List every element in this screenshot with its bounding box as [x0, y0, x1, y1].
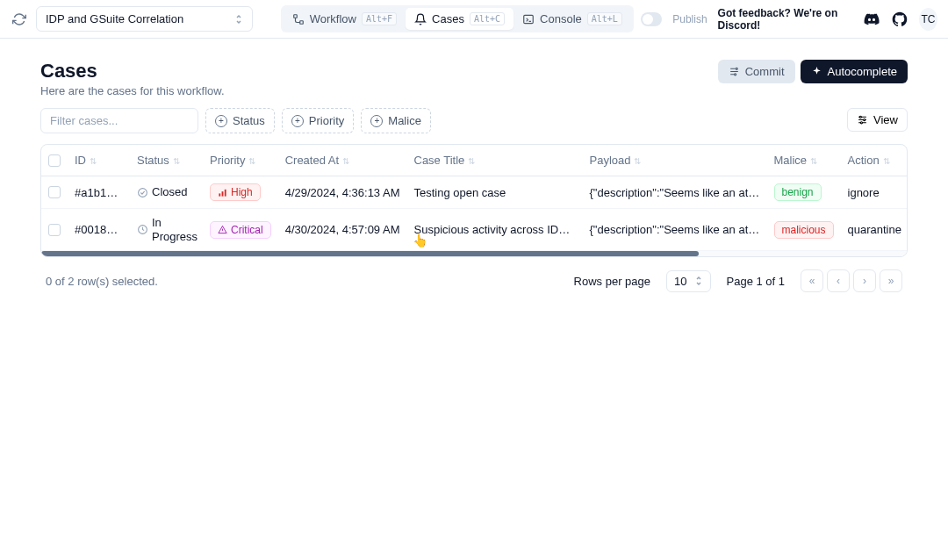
- row-checkbox[interactable]: [48, 186, 61, 198]
- table-row[interactable]: #a1b1a… Closed High 4/29/2024, 4:36:13 A…: [41, 176, 908, 209]
- github-link[interactable]: [891, 10, 908, 29]
- svg-rect-9: [219, 193, 220, 196]
- discord-icon: [863, 11, 880, 28]
- priority-badge: Critical: [210, 221, 271, 239]
- pager-prev[interactable]: ‹: [827, 269, 850, 292]
- refresh-icon: [12, 12, 26, 26]
- nav-switcher: Workflow Alt+F Cases Alt+C Console Alt+L: [281, 5, 634, 32]
- tab-workflow[interactable]: Workflow Alt+F: [284, 8, 406, 30]
- row-status: In Progress: [137, 216, 196, 243]
- svg-rect-10: [222, 191, 224, 197]
- row-title: Testing open case: [407, 176, 583, 209]
- pager-first[interactable]: «: [801, 269, 823, 292]
- rows-per-page-select[interactable]: 10: [666, 270, 710, 292]
- status-icon: [137, 224, 148, 235]
- row-id: #a1b1a…: [75, 186, 123, 199]
- terminal-icon: [522, 13, 535, 25]
- malice-badge: malicious: [774, 221, 834, 239]
- workflow-selector[interactable]: IDP and GSuite Correlation: [36, 6, 253, 32]
- malice-badge: benign: [774, 183, 822, 201]
- chevron-sort-icon: [234, 13, 243, 25]
- github-icon: [891, 11, 908, 28]
- tab-workflow-label: Workflow: [310, 12, 356, 25]
- col-malice[interactable]: Malice⇅: [767, 145, 841, 176]
- sparkle-icon: [811, 66, 822, 77]
- status-icon: [137, 187, 148, 198]
- tab-cases-shortcut: Alt+C: [470, 12, 505, 25]
- sort-icon: ⇅: [810, 156, 817, 166]
- autocomplete-button[interactable]: Autocomplete: [801, 60, 908, 83]
- discord-link[interactable]: [863, 10, 880, 29]
- col-id[interactable]: ID⇅: [68, 145, 130, 176]
- svg-point-3: [736, 68, 737, 69]
- rows-per-page-label: Rows per page: [574, 275, 650, 288]
- pager-last[interactable]: »: [880, 269, 902, 292]
- feedback-link[interactable]: Got feedback? We're on Discord!: [718, 7, 852, 32]
- row-title: Suspicious activity across IDP and Googl…: [407, 209, 583, 251]
- row-created-at: 4/30/2024, 4:57:09 AM: [278, 209, 407, 251]
- user-avatar[interactable]: TC: [919, 8, 937, 31]
- row-action: quarantine: [841, 209, 908, 251]
- sort-icon: ⇅: [634, 156, 641, 166]
- plus-circle-icon: +: [215, 115, 227, 127]
- priority-badge: High: [210, 183, 261, 201]
- page-subtitle: Here are the cases for this workflow.: [40, 84, 225, 97]
- tab-cases-label: Cases: [432, 12, 464, 25]
- filter-status[interactable]: + Status: [205, 108, 275, 133]
- page-title: Cases: [40, 60, 225, 83]
- row-checkbox[interactable]: [48, 224, 61, 236]
- svg-rect-11: [225, 189, 226, 196]
- filter-input[interactable]: [40, 108, 198, 133]
- commit-label: Commit: [745, 65, 785, 78]
- plus-circle-icon: +: [291, 115, 304, 127]
- svg-rect-2: [524, 15, 534, 23]
- table-header-row: ID⇅ Status⇅ Priority⇅ Created At⇅ Case T…: [41, 145, 908, 176]
- publish-toggle[interactable]: [641, 12, 662, 26]
- row-action: ignore: [841, 176, 908, 209]
- filter-priority-label: Priority: [309, 114, 344, 127]
- sort-icon: ⇅: [90, 156, 97, 166]
- sort-icon: ⇅: [883, 156, 890, 166]
- col-priority[interactable]: Priority⇅: [203, 145, 278, 176]
- filter-malice[interactable]: + Malice: [361, 108, 431, 133]
- cases-table: ID⇅ Status⇅ Priority⇅ Created At⇅ Case T…: [40, 144, 908, 257]
- sliders-icon: [857, 114, 868, 126]
- filter-malice-label: Malice: [388, 114, 421, 127]
- pager-next[interactable]: ›: [853, 269, 876, 292]
- tab-workflow-shortcut: Alt+F: [362, 12, 397, 25]
- bell-icon: [414, 13, 427, 25]
- horizontal-scrollbar[interactable]: [41, 251, 907, 256]
- tab-console[interactable]: Console Alt+L: [514, 8, 631, 30]
- col-status[interactable]: Status⇅: [130, 145, 203, 176]
- sort-icon: ⇅: [248, 156, 255, 166]
- plus-circle-icon: +: [370, 115, 383, 127]
- col-payload[interactable]: Payload⇅: [583, 145, 767, 176]
- row-id: #0018a…: [75, 223, 123, 236]
- sort-icon: ⇅: [468, 156, 475, 166]
- sort-icon: ⇅: [342, 156, 349, 166]
- tab-console-label: Console: [540, 12, 582, 25]
- selection-text: 0 of 2 row(s) selected.: [46, 275, 158, 288]
- chevron-sort-icon: [694, 275, 703, 287]
- svg-point-5: [859, 116, 861, 118]
- refresh-button[interactable]: [11, 9, 29, 30]
- col-created-at[interactable]: Created At⇅: [278, 145, 407, 176]
- row-payload: {"description":"Seems like an attacker i…: [583, 176, 767, 209]
- commit-button[interactable]: Commit: [718, 60, 795, 83]
- filter-priority[interactable]: + Priority: [282, 108, 354, 133]
- select-all-checkbox[interactable]: [48, 154, 61, 167]
- row-status: Closed: [137, 185, 196, 199]
- svg-point-8: [139, 188, 147, 197]
- tab-cases[interactable]: Cases Alt+C: [406, 8, 514, 30]
- tab-console-shortcut: Alt+L: [587, 12, 622, 25]
- view-button[interactable]: View: [847, 108, 908, 132]
- scrollbar-thumb[interactable]: [41, 251, 699, 256]
- workflow-icon: [292, 13, 305, 25]
- sliders-icon: [729, 66, 740, 77]
- col-title[interactable]: Case Title⇅: [407, 145, 583, 176]
- row-payload: {"description":"Seems like an attacker i…: [583, 209, 767, 251]
- signal-icon: [218, 188, 227, 197]
- rows-value: 10: [674, 275, 686, 288]
- col-action[interactable]: Action⇅: [841, 145, 908, 176]
- table-row[interactable]: #0018a… In Progress Critical 4/30/2024, …: [41, 209, 908, 251]
